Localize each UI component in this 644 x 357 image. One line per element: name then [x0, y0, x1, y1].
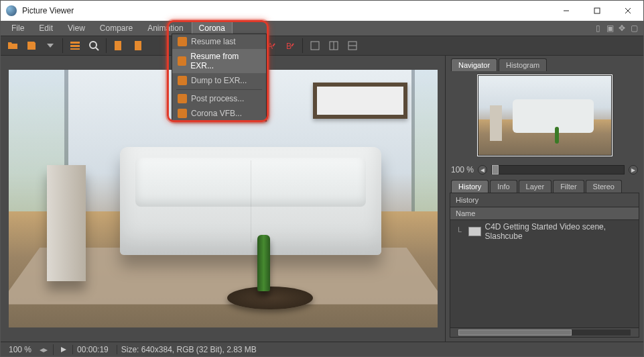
dump-exr-icon [178, 76, 187, 85]
resume-exr-icon [178, 56, 186, 66]
play-button[interactable] [59, 345, 68, 354]
history-toggle-icon[interactable] [67, 38, 83, 54]
svg-rect-5 [70, 42, 80, 44]
history-panel: History Name └ C4D Getting Started Video… [450, 193, 639, 338]
svg-point-8 [90, 42, 96, 48]
corona-menu-dropdown: Resume last Resume from EXR... Dump to E… [172, 34, 267, 121]
svg-rect-11 [135, 41, 141, 50]
tab-histogram[interactable]: Histogram [499, 58, 547, 71]
zoom-icon[interactable] [86, 38, 102, 54]
menubar: File Edit View Compare Animation Corona … [1, 21, 643, 36]
tree-branch-icon: └ [456, 227, 464, 236]
status-time: 00:00:19 [72, 345, 113, 354]
svg-marker-21 [61, 347, 66, 352]
side-panel: Navigator Histogram 100 % ◂ ▸ History In… [445, 56, 643, 342]
svg-rect-7 [70, 48, 80, 50]
history-row[interactable]: └ C4D Getting Started Video scene, Slash… [450, 220, 639, 243]
svg-rect-4 [29, 42, 33, 45]
history-header-name[interactable]: Name [450, 207, 639, 220]
menu-corona[interactable]: Corona [192, 21, 233, 35]
menu-compare[interactable]: Compare [93, 22, 139, 34]
tab-navigator[interactable]: Navigator [451, 58, 497, 71]
save-dropdown-icon[interactable] [42, 38, 58, 54]
menu-edit[interactable]: Edit [32, 22, 60, 34]
menu-separator [176, 89, 262, 90]
filter-icon-2[interactable] [326, 38, 342, 54]
status-info: Size: 640x384, RGB (32 Bit), 2.83 MB [117, 345, 261, 354]
titlebar: Picture Viewer [1, 1, 643, 21]
zoom-step-up[interactable]: ▸ [629, 165, 638, 174]
history-thumb-icon [468, 227, 481, 236]
svg-rect-6 [70, 45, 80, 47]
save-icon[interactable] [23, 38, 40, 54]
post-process-icon [178, 94, 187, 103]
maximize-button[interactable] [582, 1, 613, 21]
svg-rect-1 [594, 8, 600, 13]
open-icon[interactable] [5, 38, 21, 54]
move-icon[interactable]: ✥ [617, 23, 627, 34]
tab-history[interactable]: History [451, 180, 489, 193]
statusbar: 100 % ◂▸ 00:00:19 Size: 640x384, RGB (32… [1, 342, 643, 356]
svg-rect-10 [115, 41, 121, 50]
menu-resume-from-exr[interactable]: Resume from EXR... [172, 49, 266, 73]
zoom-slider[interactable] [491, 165, 625, 174]
navigator-thumbnail[interactable] [478, 75, 612, 156]
select-b-icon[interactable]: B [282, 38, 298, 54]
svg-rect-16 [311, 42, 319, 50]
svg-text:B: B [286, 42, 292, 51]
filter-icon-1[interactable] [307, 38, 323, 54]
svg-text:A: A [267, 42, 273, 51]
menu-post-process[interactable]: Post process... [172, 91, 266, 106]
layout-icon-1[interactable]: ▯ [592, 23, 603, 34]
status-zoom: 100 % [5, 345, 36, 354]
app-icon [6, 5, 17, 16]
menu-corona-vfb[interactable]: Corona VFB... [172, 106, 266, 121]
resume-last-icon [178, 37, 187, 46]
zoom-step-down[interactable]: ◂ [478, 165, 487, 174]
toolbar: A B [1, 36, 643, 56]
tab-filter[interactable]: Filter [553, 180, 584, 193]
window-title: Picture Viewer [22, 6, 74, 15]
zoom-spin-icon[interactable]: ◂▸ [40, 345, 48, 354]
history-row-name: C4D Getting Started Video scene, Slashcu… [485, 222, 633, 241]
tab-stereo[interactable]: Stereo [586, 180, 622, 193]
close-button[interactable] [613, 1, 643, 21]
history-title: History [450, 193, 639, 207]
menu-dump-to-exr[interactable]: Dump to EXR... [172, 73, 266, 88]
history-list: └ C4D Getting Started Video scene, Slash… [450, 220, 639, 327]
layout-icon-3[interactable]: ▢ [629, 23, 639, 34]
filter-icon-3[interactable] [344, 38, 361, 54]
svg-line-9 [96, 48, 99, 50]
history-horizontal-scrollbar[interactable] [450, 327, 639, 337]
minimize-button[interactable] [551, 1, 582, 21]
compare-b-icon[interactable] [129, 38, 145, 54]
menu-resume-last[interactable]: Resume last [172, 34, 266, 49]
tab-layer[interactable]: Layer [519, 180, 552, 193]
corona-vfb-icon [178, 109, 187, 118]
menu-file[interactable]: File [5, 22, 31, 34]
compare-a-icon[interactable] [111, 38, 127, 54]
layout-icon-2[interactable]: ▣ [604, 23, 615, 34]
zoom-value: 100 % [451, 165, 474, 174]
zoom-slider-handle[interactable] [492, 165, 499, 174]
menu-animation[interactable]: Animation [141, 22, 190, 34]
menu-view[interactable]: View [61, 22, 92, 34]
picture-viewer-window: Picture Viewer File Edit View Compare An… [0, 0, 644, 357]
tab-info[interactable]: Info [490, 180, 517, 193]
navigator-panel [446, 71, 643, 164]
